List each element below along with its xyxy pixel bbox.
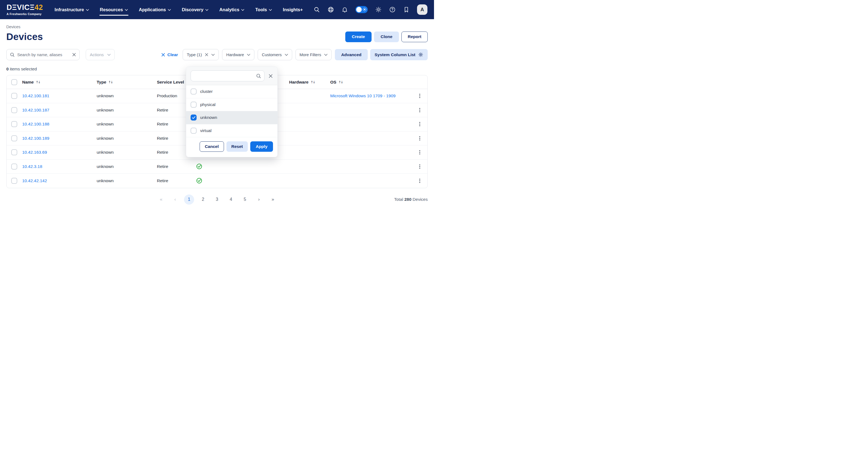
pagination-last[interactable]: » — [268, 194, 278, 205]
nav-item-resources[interactable]: Resources — [100, 0, 128, 19]
sort-icon[interactable]: ↑↓ — [311, 80, 315, 84]
filter-chip-customers[interactable]: Customers — [258, 49, 292, 60]
option-checkbox[interactable] — [191, 128, 196, 134]
filter-option-unknown[interactable]: unknown — [186, 111, 277, 124]
device-name-link[interactable]: 10.42.100.181 — [22, 93, 49, 98]
device-name-link[interactable]: 10.42.100.188 — [22, 122, 49, 126]
user-avatar[interactable]: A — [417, 4, 427, 15]
sort-icon[interactable]: ↑↓ — [338, 80, 343, 84]
device-name-link[interactable]: 10.42.100.189 — [22, 136, 49, 141]
globe-icon[interactable] — [328, 6, 334, 13]
clear-filters-button[interactable]: Clear — [161, 52, 178, 57]
pagination-next[interactable]: › — [254, 194, 264, 205]
type-filter-search-input[interactable] — [194, 74, 254, 78]
actions-dropdown[interactable]: Actions — [86, 49, 115, 60]
type-filter-popup-footer: Cancel Reset Apply — [186, 137, 277, 157]
nav-item-insights[interactable]: Insights+ — [283, 0, 303, 19]
theme-toggle[interactable] — [355, 6, 368, 13]
logo-tagline: A Freshworks Company — [7, 12, 43, 16]
nav-item-applications[interactable]: Applications — [139, 0, 171, 19]
close-popup-icon[interactable] — [268, 74, 273, 78]
row-checkbox[interactable] — [11, 149, 17, 155]
bookmark-icon[interactable] — [403, 6, 410, 13]
breadcrumb[interactable]: Devices — [6, 25, 428, 29]
clear-label: Clear — [167, 52, 178, 57]
filter-option-cluster[interactable]: cluster — [186, 85, 277, 98]
table-row: 10.42.42.142 unknown Retire — [7, 174, 427, 188]
table-row: 10.42.3.18 unknown Retire — [7, 160, 427, 174]
remove-filter-icon[interactable] — [205, 53, 208, 56]
sort-icon[interactable]: ↑↓ — [36, 80, 40, 84]
filter-chips: Type (1) Hardware Customers More Filters — [183, 49, 332, 60]
report-button[interactable]: Report — [401, 31, 428, 42]
sort-icon[interactable]: ↑↓ — [108, 80, 113, 84]
close-icon — [161, 53, 165, 57]
device-name-link[interactable]: 10.42.163.69 — [22, 150, 47, 154]
pagination-prev[interactable]: ‹ — [170, 194, 180, 205]
column-header-hardware[interactable]: Hardware↑↓ — [289, 80, 330, 85]
pagination-page-1[interactable]: 1 — [184, 194, 194, 205]
help-icon[interactable] — [389, 6, 396, 13]
row-checkbox[interactable] — [11, 121, 17, 127]
pagination-page-4[interactable]: 4 — [226, 194, 236, 205]
option-label: virtual — [200, 128, 211, 133]
row-actions-kebab-icon[interactable] — [417, 121, 423, 127]
nav-menu: Infrastructure Resources Applications Di… — [55, 0, 303, 19]
nav-item-label: Insights+ — [283, 7, 303, 12]
column-header-os[interactable]: OS↑↓ — [330, 80, 417, 85]
pagination-page-2[interactable]: 2 — [198, 194, 208, 205]
logo-wordmark: DΞVICΞ42 — [7, 4, 43, 11]
filter-option-virtual[interactable]: virtual — [186, 124, 277, 138]
nav-item-tools[interactable]: Tools — [255, 0, 272, 19]
row-checkbox[interactable] — [11, 107, 17, 113]
row-checkbox[interactable] — [11, 178, 17, 184]
row-actions-kebab-icon[interactable] — [417, 108, 423, 113]
device-name-link[interactable]: 10.42.42.142 — [22, 178, 47, 183]
row-checkbox[interactable] — [11, 163, 17, 170]
device-name-link[interactable]: 10.42.3.18 — [22, 164, 42, 169]
row-checkbox[interactable] — [11, 135, 17, 141]
row-checkbox[interactable] — [11, 93, 17, 99]
nav-item-analytics[interactable]: Analytics — [219, 0, 244, 19]
select-all-checkbox[interactable] — [11, 79, 17, 85]
search-icon[interactable] — [313, 6, 320, 13]
filter-option-physical[interactable]: physical — [186, 98, 277, 112]
row-actions-kebab-icon[interactable] — [417, 164, 423, 169]
column-header-name[interactable]: Name↑↓ — [22, 80, 97, 85]
row-actions-kebab-icon[interactable] — [417, 93, 423, 99]
search-input[interactable] — [17, 52, 69, 57]
settings-gear-icon[interactable] — [375, 6, 382, 13]
type-filter-options: cluster physical unknown virtual — [186, 85, 277, 137]
option-checkbox-checked[interactable] — [191, 115, 196, 121]
nav-item-infrastructure[interactable]: Infrastructure — [55, 0, 89, 19]
reset-button[interactable]: Reset — [226, 141, 248, 152]
chevron-down-icon — [241, 9, 244, 11]
search-icon — [256, 73, 261, 79]
row-actions-kebab-icon[interactable] — [417, 135, 423, 141]
pagination-page-5[interactable]: 5 — [240, 194, 250, 205]
column-header-type[interactable]: Type↑↓ — [97, 80, 157, 85]
option-checkbox[interactable] — [191, 102, 196, 108]
notifications-bell-icon[interactable] — [341, 6, 348, 13]
apply-button[interactable]: Apply — [250, 141, 273, 152]
os-link[interactable]: Microsoft Windows 10 1709 - 1909 — [330, 93, 396, 98]
nav-item-discovery[interactable]: Discovery — [182, 0, 208, 19]
row-actions-kebab-icon[interactable] — [417, 150, 423, 155]
pagination-first[interactable]: « — [156, 194, 166, 205]
clear-search-icon[interactable] — [72, 53, 76, 57]
filter-chip-label: More Filters — [300, 52, 321, 57]
system-column-list-button[interactable]: System Column List — [370, 49, 428, 60]
filter-chip-type[interactable]: Type (1) — [183, 49, 219, 60]
advanced-button[interactable]: Advanced — [335, 49, 368, 60]
clone-button[interactable]: Clone — [374, 31, 399, 42]
device-name-link[interactable]: 10.42.100.187 — [22, 108, 49, 112]
device42-logo[interactable]: DΞVICΞ42 A Freshworks Company — [7, 4, 43, 16]
filter-chip-hardware[interactable]: Hardware — [222, 49, 254, 60]
row-actions-kebab-icon[interactable] — [417, 178, 423, 184]
pagination-page-3[interactable]: 3 — [212, 194, 222, 205]
nav-utilities: A — [313, 4, 427, 15]
create-button[interactable]: Create — [345, 31, 372, 42]
cancel-button[interactable]: Cancel — [199, 141, 224, 152]
filter-chip-more-filters[interactable]: More Filters — [296, 49, 332, 60]
option-checkbox[interactable] — [191, 89, 196, 94]
